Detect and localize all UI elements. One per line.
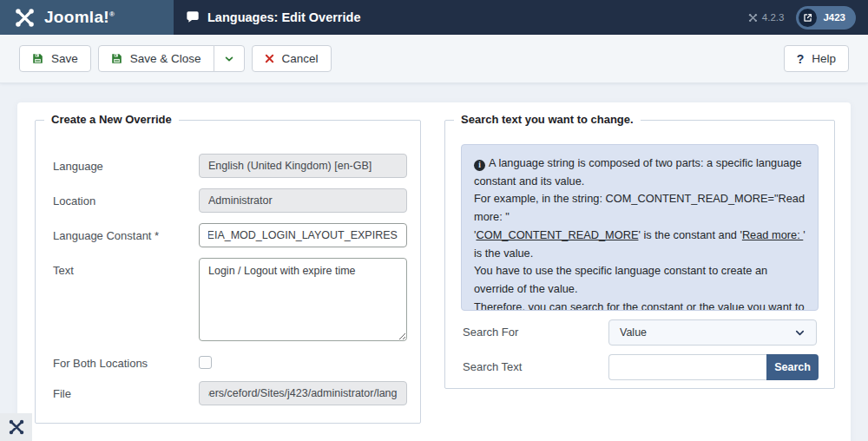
external-link-icon bbox=[799, 9, 817, 27]
cancel-x-icon bbox=[265, 54, 274, 63]
info-line-1: iA language string is composed of two pa… bbox=[474, 155, 806, 190]
save-label: Save bbox=[51, 52, 78, 65]
joomla-brand[interactable]: Joomla!® bbox=[0, 0, 174, 35]
language-field bbox=[199, 154, 407, 178]
search-for-label: Search For bbox=[463, 326, 518, 339]
info-line-3: 'COM_CONTENT_READ_MORE' is the constant … bbox=[474, 227, 806, 262]
menu-toggle-button[interactable] bbox=[0, 413, 32, 441]
top-header-bar: Joomla!® Languages: Edit Override 4.2.3 … bbox=[0, 0, 868, 35]
site-badge-label: J423 bbox=[823, 12, 845, 23]
language-constant-field[interactable] bbox=[199, 223, 407, 247]
preview-site-button[interactable]: J423 bbox=[796, 6, 856, 30]
create-override-legend: Create a New Override bbox=[44, 113, 179, 126]
cancel-label: Cancel bbox=[282, 52, 319, 65]
page-title-area: Languages: Edit Override bbox=[186, 0, 360, 35]
save-close-button[interactable]: Save & Close bbox=[98, 45, 214, 72]
file-field bbox=[199, 381, 407, 405]
for-both-locations-label: For Both Locations bbox=[53, 357, 148, 370]
info-line-4: You have to use the specific language co… bbox=[474, 262, 806, 298]
text-label: Text bbox=[53, 264, 74, 277]
text-field[interactable] bbox=[199, 258, 407, 341]
registered-mark: ® bbox=[109, 10, 115, 18]
brand-wordmark: Joomla!® bbox=[44, 8, 115, 27]
save-close-button-group: Save & Close bbox=[98, 45, 245, 72]
cancel-button[interactable]: Cancel bbox=[252, 45, 332, 72]
constant-example: COM_CONTENT_READ_MORE bbox=[476, 228, 638, 241]
joomla-version-icon bbox=[748, 13, 758, 23]
save-options-dropdown-toggle[interactable] bbox=[214, 45, 245, 72]
search-text-input[interactable] bbox=[608, 354, 766, 380]
joomla-version: 4.2.3 bbox=[748, 12, 785, 23]
language-label: Language bbox=[53, 160, 103, 173]
search-for-select[interactable]: Value bbox=[608, 319, 817, 346]
help-button[interactable]: ? Help bbox=[784, 45, 849, 72]
joomla-logo-icon bbox=[14, 7, 36, 29]
action-toolbar: Save Save & Close Cancel ? Help bbox=[0, 35, 868, 83]
select-chevron-down-icon bbox=[794, 327, 806, 339]
info-line-2: For example, in the string: COM_CONTENT_… bbox=[474, 190, 806, 226]
info-alert: iA language string is composed of two pa… bbox=[461, 144, 819, 311]
search-for-selected-value: Value bbox=[620, 326, 647, 339]
info-icon: i bbox=[474, 160, 485, 171]
search-panel-legend: Search text you want to change. bbox=[454, 113, 641, 126]
comment-bubble-icon bbox=[186, 10, 200, 24]
save-button[interactable]: Save bbox=[19, 45, 91, 72]
create-override-panel: Create a New Override Language Location … bbox=[35, 120, 421, 424]
value-example: Read more: bbox=[742, 228, 803, 241]
language-constant-label: Language Constant * bbox=[53, 229, 159, 242]
save-close-label: Save & Close bbox=[130, 52, 201, 65]
location-label: Location bbox=[53, 194, 95, 207]
page-title: Languages: Edit Override bbox=[207, 10, 360, 24]
chevron-down-icon bbox=[224, 54, 234, 64]
file-label: File bbox=[53, 387, 71, 400]
search-button[interactable]: Search bbox=[766, 354, 819, 380]
for-both-locations-checkbox[interactable] bbox=[199, 356, 212, 369]
save-close-icon bbox=[111, 53, 122, 64]
save-icon bbox=[32, 53, 43, 64]
search-panel: Search text you want to change. iA langu… bbox=[444, 120, 835, 389]
header-right-area: 4.2.3 J423 bbox=[748, 0, 856, 35]
question-mark-icon: ? bbox=[797, 52, 805, 66]
location-field bbox=[199, 188, 407, 213]
joomla-toggle-icon bbox=[8, 418, 25, 436]
search-text-label: Search Text bbox=[463, 360, 522, 373]
help-label: Help bbox=[812, 52, 836, 65]
info-line-5: Therefore, you can search for the consta… bbox=[474, 299, 806, 311]
